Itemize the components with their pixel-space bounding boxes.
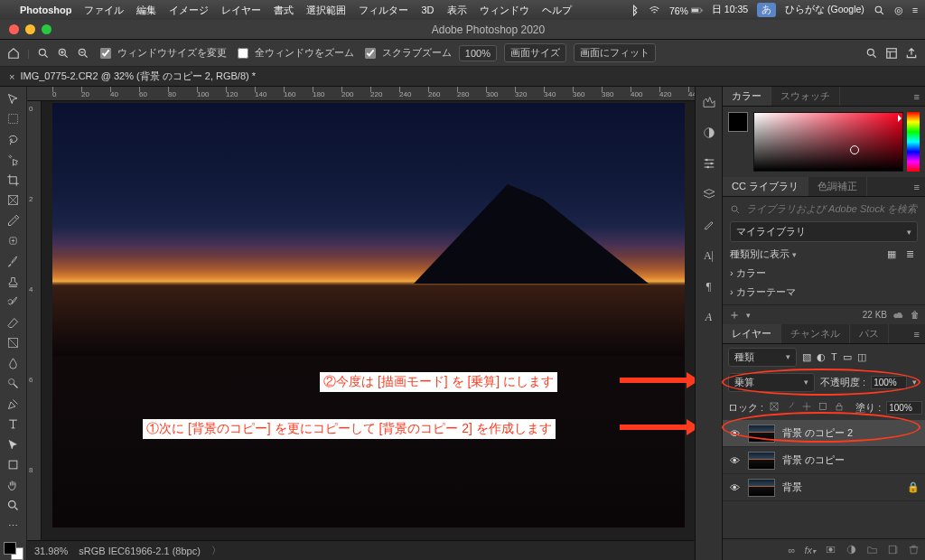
libraries-panel-menu[interactable]: ≡	[914, 182, 920, 192]
filter-type-icon[interactable]: T	[831, 351, 837, 362]
tab-layers[interactable]: レイヤー	[723, 324, 781, 343]
layer-row[interactable]: 👁背景 のコピー	[723, 447, 925, 474]
app-menu[interactable]: Photoshop	[20, 5, 71, 15]
quick-select-tool[interactable]	[3, 152, 24, 169]
layer-name[interactable]: 背景	[782, 481, 900, 494]
layers-panel-menu[interactable]: ≡	[914, 329, 920, 340]
menu-image[interactable]: イメージ	[169, 4, 209, 17]
view-mode[interactable]: 種類別に表示 ▾	[730, 247, 797, 261]
hand-tool[interactable]	[3, 477, 24, 494]
tab-cc-libraries[interactable]: CC ライブラリ	[723, 177, 808, 196]
actions-text-icon[interactable]: A|	[701, 247, 717, 264]
battery-indicator[interactable]: 76%	[669, 5, 703, 16]
options-icon[interactable]	[701, 155, 717, 172]
zoom-window[interactable]	[42, 24, 51, 34]
view-icons[interactable]: ▦ ≣	[887, 248, 918, 260]
paragraph-icon[interactable]: ¶	[701, 278, 717, 294]
canvas[interactable]: ②今度は [描画モード] を [乗算] にします ①次に [背景のコピー] を更…	[42, 101, 695, 540]
share-icon[interactable]	[905, 47, 918, 60]
lasso-tool[interactable]	[3, 131, 24, 148]
blur-tool[interactable]	[3, 355, 24, 372]
resize-windows-checkbox[interactable]: ウィンドウサイズを変更	[97, 45, 227, 61]
minimize-window[interactable]	[25, 24, 35, 34]
dodge-tool[interactable]	[3, 375, 24, 392]
tab-swatches[interactable]: スウォッチ	[771, 87, 840, 106]
foreground-color[interactable]	[728, 112, 748, 132]
brush-settings-icon[interactable]	[701, 217, 717, 233]
gradient-tool[interactable]	[3, 334, 24, 351]
clock[interactable]: 日 10:35	[712, 4, 748, 16]
menu-file[interactable]: ファイル	[84, 4, 124, 17]
tab-color[interactable]: カラー	[723, 87, 771, 106]
layer-thumbnail[interactable]	[748, 479, 775, 497]
eraser-tool[interactable]	[3, 314, 24, 331]
color-swatches[interactable]	[4, 542, 23, 560]
layer-filter-kind[interactable]: 種類▾	[728, 348, 797, 367]
group-icon[interactable]	[866, 544, 878, 555]
menu-view[interactable]: 表示	[447, 4, 467, 17]
zoom-in-icon[interactable]	[57, 47, 70, 60]
search-icon[interactable]	[865, 47, 878, 60]
lib-add[interactable]: ＋	[728, 307, 741, 323]
wifi-icon[interactable]	[649, 5, 660, 16]
lib-trash[interactable]: 🗑	[911, 310, 920, 320]
ime-label[interactable]: ひらがな (Google)	[785, 4, 864, 16]
color-panel-menu[interactable]: ≡	[914, 91, 920, 102]
library-search[interactable]: ライブラリおよび Adobe Stock を検索	[730, 202, 918, 216]
close-window[interactable]	[9, 24, 19, 34]
lib-group-theme[interactable]: › カラーテーマ	[730, 285, 918, 299]
edit-toolbar[interactable]: ⋯	[3, 518, 24, 535]
new-layer-icon[interactable]	[887, 544, 899, 555]
filter-adjust-icon[interactable]: ◐	[817, 351, 826, 363]
lock-transparency[interactable]	[769, 401, 780, 414]
layer-thumbnail[interactable]	[748, 452, 775, 470]
menu-filter[interactable]: フィルター	[359, 4, 408, 17]
tab-channels[interactable]: チャンネル	[781, 324, 850, 343]
layer-name[interactable]: 背景 のコピー	[782, 453, 920, 467]
tab-adjustments[interactable]: 色調補正	[808, 177, 867, 196]
spotlight-icon[interactable]	[874, 5, 885, 16]
menu-select[interactable]: 選択範囲	[306, 4, 346, 17]
marquee-tool[interactable]	[3, 111, 24, 128]
glyphs-icon[interactable]: A	[701, 309, 717, 325]
menu-type[interactable]: 書式	[274, 4, 294, 17]
menu-layer[interactable]: レイヤー	[221, 4, 261, 17]
workspace-icon[interactable]	[885, 47, 898, 60]
zoom-tool[interactable]	[3, 498, 24, 515]
fx-icon[interactable]: fx▾	[804, 545, 816, 555]
zoom-out-icon[interactable]	[77, 47, 89, 60]
visibility-icon[interactable]: 👁	[728, 482, 741, 493]
tab-paths[interactable]: パス	[850, 324, 889, 343]
menu-window[interactable]: ウィンドウ	[480, 4, 529, 17]
frame-tool[interactable]	[3, 192, 24, 210]
fill-input[interactable]	[886, 401, 922, 415]
color-field[interactable]	[753, 112, 903, 172]
close-tab-icon[interactable]: ×	[9, 71, 14, 82]
fit-screen-button[interactable]: 画面サイズ	[504, 43, 566, 62]
filter-smart-icon[interactable]: ◫	[857, 351, 866, 363]
color-profile[interactable]: sRGB IEC61966-2.1 (8bpc)	[79, 546, 201, 556]
brush-tool[interactable]	[3, 253, 24, 270]
healing-tool[interactable]	[3, 233, 24, 250]
shape-tool[interactable]	[3, 457, 24, 474]
menu-edit[interactable]: 編集	[136, 4, 156, 17]
fill-screen-button[interactable]: 画面にフィット	[574, 43, 656, 62]
siri-icon[interactable]: ◎	[894, 5, 903, 15]
ruler-horizontal[interactable]: 0204060801001201401601802002202402602803…	[27, 87, 695, 101]
trash-icon[interactable]	[908, 544, 920, 555]
cloud-icon[interactable]	[892, 310, 905, 321]
link-layers-icon[interactable]: ∞	[789, 545, 796, 555]
ime-indicator[interactable]: あ	[757, 3, 776, 17]
scrubby-zoom-checkbox[interactable]: スクラブズーム	[361, 45, 452, 61]
adjustments-icon[interactable]	[701, 125, 717, 141]
pen-tool[interactable]	[3, 396, 24, 413]
home-icon[interactable]	[7, 47, 20, 60]
menu-3d[interactable]: 3D	[421, 5, 434, 15]
type-tool[interactable]	[3, 416, 24, 434]
bluetooth-icon[interactable]	[628, 5, 640, 16]
library-select[interactable]: マイライブラリ▾	[730, 221, 918, 242]
eyedropper-tool[interactable]	[3, 212, 24, 229]
layer-row[interactable]: 👁背景🔒	[723, 474, 925, 501]
path-select-tool[interactable]	[3, 436, 24, 453]
zoom-level[interactable]: 31.98%	[34, 546, 68, 556]
